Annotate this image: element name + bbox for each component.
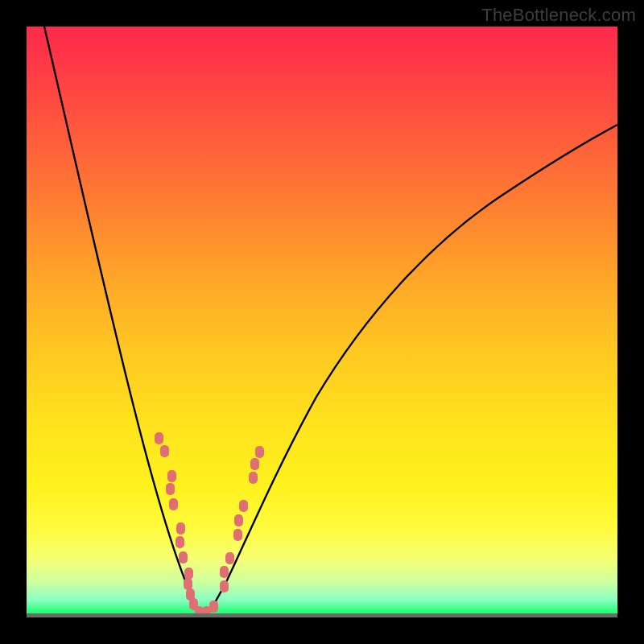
curve-layer [27,27,617,617]
svg-rect-21 [249,472,258,484]
baseline-bar [27,613,617,617]
svg-rect-4 [169,498,178,510]
svg-rect-22 [250,458,259,470]
marker-cluster [155,432,264,617]
watermark-text: TheBottleneck.com [481,5,636,26]
svg-rect-17 [225,552,234,564]
svg-rect-5 [176,522,185,535]
svg-rect-20 [239,500,248,512]
svg-rect-2 [167,470,176,482]
svg-rect-15 [220,580,229,592]
svg-rect-1 [160,445,169,457]
svg-rect-6 [175,536,184,548]
chart-frame: TheBottleneck.com [0,0,644,644]
svg-rect-18 [233,529,242,541]
svg-rect-19 [234,514,243,526]
svg-rect-7 [179,551,188,564]
svg-rect-3 [166,483,175,495]
svg-rect-16 [220,566,229,578]
svg-rect-9 [184,578,192,590]
svg-rect-0 [155,432,163,444]
svg-rect-14 [209,601,218,613]
right-branch-curve [204,125,617,617]
svg-rect-8 [184,568,193,580]
plot-area [27,27,617,617]
svg-rect-23 [255,446,264,458]
